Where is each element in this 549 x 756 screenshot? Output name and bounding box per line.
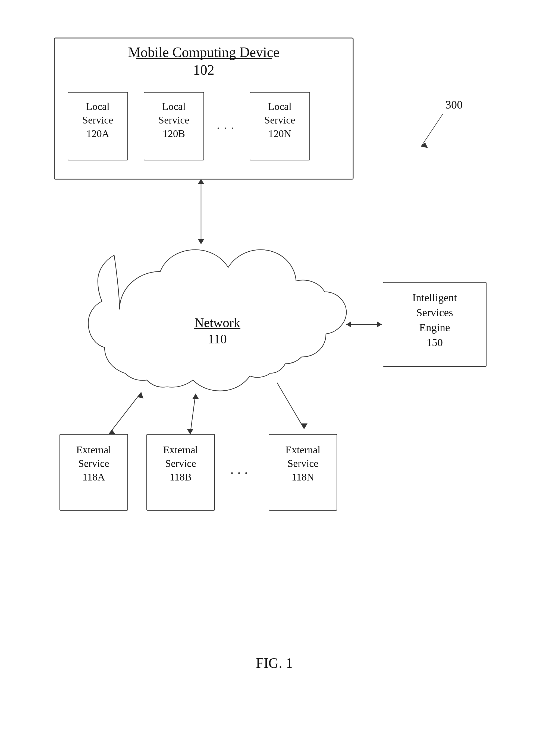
svg-text:118B: 118B — [170, 471, 192, 483]
svg-line-37 — [190, 394, 195, 434]
svg-line-24 — [421, 114, 443, 147]
svg-text:Intelligent: Intelligent — [412, 292, 457, 304]
diagram-container: Mobile Computing Device 102 Local Servic… — [33, 22, 516, 700]
svg-text:118N: 118N — [292, 471, 314, 483]
svg-rect-4 — [68, 92, 128, 160]
svg-text:Services: Services — [416, 306, 453, 319]
svg-text:· · ·: · · · — [230, 465, 248, 481]
svg-text:Service: Service — [82, 114, 113, 126]
svg-text:120A: 120A — [86, 128, 109, 139]
svg-rect-0 — [54, 38, 353, 179]
svg-text:Service: Service — [288, 458, 319, 469]
svg-marker-39 — [192, 394, 199, 399]
svg-marker-18 — [198, 239, 204, 244]
svg-text:External: External — [286, 444, 321, 456]
svg-rect-26 — [383, 282, 486, 366]
svg-text:External: External — [163, 444, 198, 456]
svg-text:Network: Network — [194, 315, 240, 330]
svg-text:Service: Service — [165, 458, 196, 469]
svg-text:300: 300 — [446, 99, 463, 111]
svg-rect-8 — [144, 92, 204, 160]
svg-marker-36 — [138, 392, 143, 398]
svg-text:External: External — [76, 444, 111, 456]
svg-text:110: 110 — [208, 332, 227, 346]
svg-marker-32 — [377, 321, 382, 327]
svg-rect-46 — [147, 434, 214, 510]
svg-text:120B: 120B — [163, 128, 185, 139]
svg-text:Engine: Engine — [419, 321, 450, 334]
svg-text:Local: Local — [162, 101, 186, 112]
svg-text:Service: Service — [158, 114, 189, 126]
svg-marker-41 — [301, 423, 308, 429]
svg-text:FIG. 1: FIG. 1 — [256, 655, 293, 671]
svg-rect-13 — [250, 92, 310, 160]
svg-text:Local: Local — [268, 101, 292, 112]
svg-text:Service: Service — [264, 114, 295, 126]
svg-text:150: 150 — [427, 336, 443, 349]
svg-text:Service: Service — [78, 458, 109, 469]
svg-marker-38 — [187, 429, 193, 434]
svg-text:118A: 118A — [82, 471, 105, 483]
svg-text:Mobile Computing Device: Mobile Computing Device — [128, 45, 279, 60]
svg-text:120N: 120N — [268, 128, 291, 139]
svg-marker-33 — [346, 321, 351, 327]
svg-marker-35 — [109, 429, 115, 434]
svg-marker-25 — [421, 143, 428, 148]
svg-marker-19 — [198, 179, 204, 184]
svg-rect-42 — [60, 434, 128, 510]
svg-text:Local: Local — [86, 101, 110, 112]
svg-rect-51 — [269, 434, 337, 510]
svg-text:102: 102 — [193, 62, 214, 78]
svg-line-34 — [109, 392, 141, 434]
svg-line-40 — [277, 383, 304, 429]
svg-text:· · ·: · · · — [217, 121, 234, 136]
